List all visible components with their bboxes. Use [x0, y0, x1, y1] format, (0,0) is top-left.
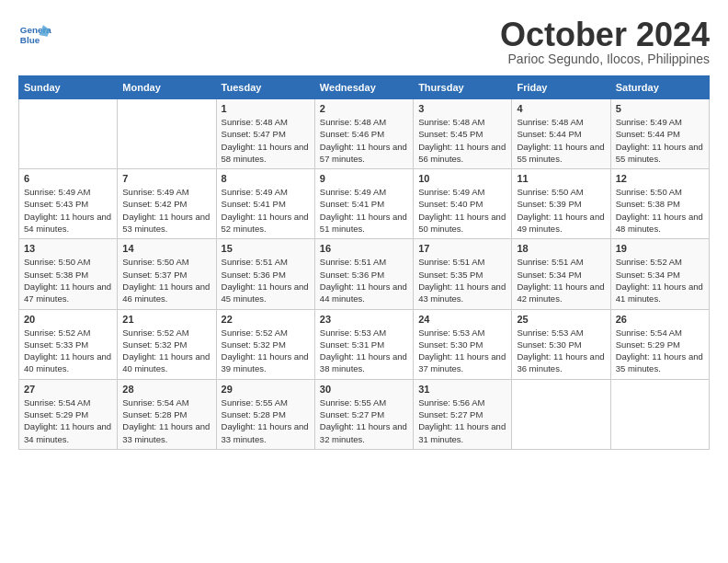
day-info: Sunrise: 5:51 AM Sunset: 5:35 PM Dayligh…: [418, 256, 506, 304]
day-number: 5: [616, 103, 704, 114]
day-number: 31: [418, 384, 506, 395]
weekday-header-monday: Monday: [118, 76, 216, 99]
day-number: 24: [418, 314, 506, 325]
svg-text:Blue: Blue: [20, 35, 40, 45]
weekday-header-thursday: Thursday: [414, 76, 512, 99]
day-info: Sunrise: 5:48 AM Sunset: 5:46 PM Dayligh…: [320, 116, 408, 165]
calendar-cell: [610, 379, 709, 449]
day-number: 10: [418, 173, 506, 184]
calendar-cell: 3Sunrise: 5:48 AM Sunset: 5:45 PM Daylig…: [414, 99, 512, 169]
calendar-cell: 4Sunrise: 5:48 AM Sunset: 5:44 PM Daylig…: [512, 99, 610, 169]
calendar-cell: 30Sunrise: 5:55 AM Sunset: 5:27 PM Dayli…: [314, 379, 413, 449]
calendar-cell: 6Sunrise: 5:49 AM Sunset: 5:43 PM Daylig…: [19, 169, 118, 239]
calendar-cell: 26Sunrise: 5:54 AM Sunset: 5:29 PM Dayli…: [610, 309, 709, 379]
calendar-cell: 15Sunrise: 5:51 AM Sunset: 5:36 PM Dayli…: [216, 239, 314, 309]
day-number: 19: [616, 243, 704, 254]
calendar-cell: 23Sunrise: 5:53 AM Sunset: 5:31 PM Dayli…: [314, 309, 413, 379]
day-info: Sunrise: 5:53 AM Sunset: 5:30 PM Dayligh…: [418, 327, 506, 375]
calendar-cell: 27Sunrise: 5:54 AM Sunset: 5:29 PM Dayli…: [19, 379, 118, 449]
day-number: 1: [222, 103, 310, 114]
day-info: Sunrise: 5:49 AM Sunset: 5:40 PM Dayligh…: [418, 186, 506, 235]
weekday-header-sunday: Sunday: [19, 76, 118, 99]
day-number: 16: [320, 243, 408, 254]
day-number: 6: [24, 173, 112, 184]
calendar-cell: 17Sunrise: 5:51 AM Sunset: 5:35 PM Dayli…: [414, 239, 512, 309]
day-number: 11: [517, 173, 605, 184]
day-number: 18: [517, 243, 605, 254]
day-info: Sunrise: 5:55 AM Sunset: 5:28 PM Dayligh…: [222, 396, 310, 445]
day-info: Sunrise: 5:56 AM Sunset: 5:27 PM Dayligh…: [418, 396, 506, 445]
calendar-cell: 18Sunrise: 5:51 AM Sunset: 5:34 PM Dayli…: [512, 239, 610, 309]
calendar-week-row: 6Sunrise: 5:49 AM Sunset: 5:43 PM Daylig…: [19, 169, 710, 239]
weekday-header-friday: Friday: [512, 76, 610, 99]
logo: General Blue: [18, 18, 51, 52]
day-info: Sunrise: 5:53 AM Sunset: 5:30 PM Dayligh…: [517, 327, 605, 375]
calendar-cell: 13Sunrise: 5:50 AM Sunset: 5:38 PM Dayli…: [19, 239, 118, 309]
day-number: 9: [320, 173, 408, 184]
calendar-header-row: SundayMondayTuesdayWednesdayThursdayFrid…: [19, 76, 710, 99]
day-info: Sunrise: 5:51 AM Sunset: 5:36 PM Dayligh…: [320, 256, 408, 304]
day-info: Sunrise: 5:48 AM Sunset: 5:45 PM Dayligh…: [418, 116, 506, 165]
day-number: 27: [24, 384, 112, 395]
calendar-cell: 31Sunrise: 5:56 AM Sunset: 5:27 PM Dayli…: [414, 379, 512, 449]
calendar-cell: 14Sunrise: 5:50 AM Sunset: 5:37 PM Dayli…: [118, 239, 216, 309]
calendar-cell: [19, 99, 118, 169]
calendar-week-row: 1Sunrise: 5:48 AM Sunset: 5:47 PM Daylig…: [19, 99, 710, 169]
day-info: Sunrise: 5:48 AM Sunset: 5:47 PM Dayligh…: [222, 116, 310, 165]
day-number: 23: [320, 314, 408, 325]
calendar-week-row: 13Sunrise: 5:50 AM Sunset: 5:38 PM Dayli…: [19, 239, 710, 309]
day-info: Sunrise: 5:48 AM Sunset: 5:44 PM Dayligh…: [517, 116, 605, 165]
calendar-cell: [512, 379, 610, 449]
calendar-cell: 28Sunrise: 5:54 AM Sunset: 5:28 PM Dayli…: [118, 379, 216, 449]
day-number: 8: [222, 173, 310, 184]
calendar-cell: [118, 99, 216, 169]
calendar-cell: 16Sunrise: 5:51 AM Sunset: 5:36 PM Dayli…: [314, 239, 413, 309]
day-number: 28: [122, 384, 210, 395]
day-number: 29: [222, 384, 310, 395]
day-number: 21: [122, 314, 210, 325]
day-number: 25: [517, 314, 605, 325]
day-info: Sunrise: 5:49 AM Sunset: 5:44 PM Dayligh…: [616, 116, 704, 165]
day-info: Sunrise: 5:54 AM Sunset: 5:29 PM Dayligh…: [24, 396, 112, 445]
day-number: 22: [222, 314, 310, 325]
calendar-cell: 2Sunrise: 5:48 AM Sunset: 5:46 PM Daylig…: [314, 99, 413, 169]
weekday-header-saturday: Saturday: [610, 76, 709, 99]
day-number: 30: [320, 384, 408, 395]
day-number: 20: [24, 314, 112, 325]
day-info: Sunrise: 5:49 AM Sunset: 5:42 PM Dayligh…: [122, 186, 210, 235]
day-info: Sunrise: 5:52 AM Sunset: 5:34 PM Dayligh…: [616, 256, 704, 304]
day-info: Sunrise: 5:50 AM Sunset: 5:37 PM Dayligh…: [122, 256, 210, 304]
calendar-cell: 29Sunrise: 5:55 AM Sunset: 5:28 PM Dayli…: [216, 379, 314, 449]
day-info: Sunrise: 5:50 AM Sunset: 5:38 PM Dayligh…: [616, 186, 704, 235]
day-number: 15: [222, 243, 310, 254]
calendar-week-row: 20Sunrise: 5:52 AM Sunset: 5:33 PM Dayli…: [19, 309, 710, 379]
calendar-cell: 24Sunrise: 5:53 AM Sunset: 5:30 PM Dayli…: [414, 309, 512, 379]
day-info: Sunrise: 5:54 AM Sunset: 5:28 PM Dayligh…: [122, 396, 210, 445]
calendar-table: SundayMondayTuesdayWednesdayThursdayFrid…: [18, 75, 710, 450]
logo-icon: General Blue: [18, 18, 51, 52]
calendar-cell: 5Sunrise: 5:49 AM Sunset: 5:44 PM Daylig…: [610, 99, 709, 169]
calendar-cell: 11Sunrise: 5:50 AM Sunset: 5:39 PM Dayli…: [512, 169, 610, 239]
weekday-header-wednesday: Wednesday: [314, 76, 413, 99]
day-number: 13: [24, 243, 112, 254]
calendar-cell: 8Sunrise: 5:49 AM Sunset: 5:41 PM Daylig…: [216, 169, 314, 239]
calendar-cell: 10Sunrise: 5:49 AM Sunset: 5:40 PM Dayli…: [414, 169, 512, 239]
calendar-cell: 22Sunrise: 5:52 AM Sunset: 5:32 PM Dayli…: [216, 309, 314, 379]
calendar-cell: 12Sunrise: 5:50 AM Sunset: 5:38 PM Dayli…: [610, 169, 709, 239]
day-info: Sunrise: 5:49 AM Sunset: 5:41 PM Dayligh…: [320, 186, 408, 235]
calendar-cell: 7Sunrise: 5:49 AM Sunset: 5:42 PM Daylig…: [118, 169, 216, 239]
calendar-cell: 9Sunrise: 5:49 AM Sunset: 5:41 PM Daylig…: [314, 169, 413, 239]
day-info: Sunrise: 5:52 AM Sunset: 5:32 PM Dayligh…: [222, 327, 310, 375]
calendar-cell: 1Sunrise: 5:48 AM Sunset: 5:47 PM Daylig…: [216, 99, 314, 169]
page-header: General Blue October 2024 Parioc Segundo…: [18, 18, 710, 66]
calendar-cell: 20Sunrise: 5:52 AM Sunset: 5:33 PM Dayli…: [19, 309, 118, 379]
day-number: 3: [418, 103, 506, 114]
day-info: Sunrise: 5:52 AM Sunset: 5:32 PM Dayligh…: [122, 327, 210, 375]
calendar-cell: 21Sunrise: 5:52 AM Sunset: 5:32 PM Dayli…: [118, 309, 216, 379]
day-number: 26: [616, 314, 704, 325]
location-subtitle: Parioc Segundo, Ilocos, Philippines: [500, 52, 710, 66]
day-info: Sunrise: 5:49 AM Sunset: 5:43 PM Dayligh…: [24, 186, 112, 235]
calendar-body: 1Sunrise: 5:48 AM Sunset: 5:47 PM Daylig…: [19, 99, 710, 450]
month-title: October 2024: [500, 18, 710, 52]
day-info: Sunrise: 5:51 AM Sunset: 5:36 PM Dayligh…: [222, 256, 310, 304]
